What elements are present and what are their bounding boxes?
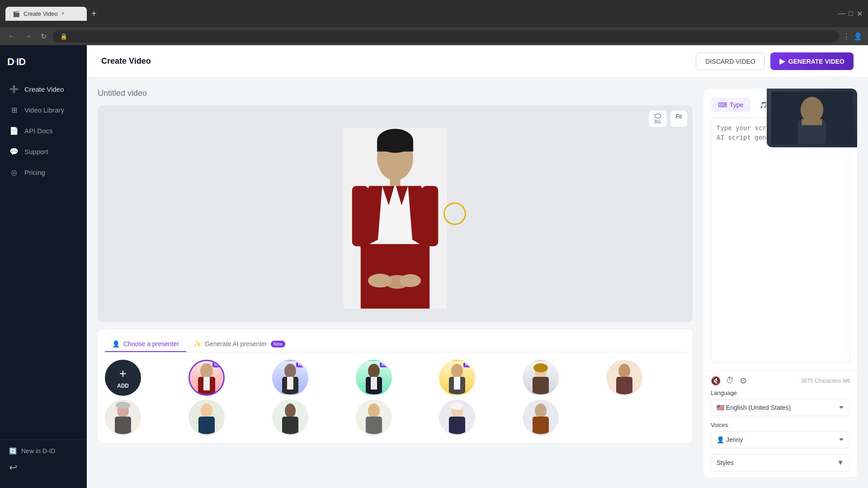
hq-badge-4: HQ	[463, 362, 473, 367]
panel-icons: 🔇 ⏱ ⚙	[711, 376, 747, 386]
sidebar-item-pricing[interactable]: ◎ Pricing	[0, 162, 87, 183]
tab-close-btn[interactable]: ×	[61, 10, 65, 17]
sidebar-label-create-video: Create Video	[24, 85, 64, 93]
sidebar: D·ID ➕ Create Video ⊞ Video Library 📄 AP…	[0, 45, 87, 488]
presenter-2[interactable]: HQ	[272, 360, 308, 396]
presenter-5[interactable]	[523, 360, 559, 396]
fit-button[interactable]: Fit	[670, 111, 687, 127]
video-title[interactable]: Untitled video	[98, 89, 693, 98]
sidebar-item-video-library[interactable]: ⊞ Video Library	[0, 99, 87, 120]
presenter-4[interactable]: HQ	[439, 360, 475, 396]
svg-point-31	[618, 364, 630, 378]
svg-rect-46	[533, 417, 549, 434]
person-icon: 👤	[112, 340, 120, 347]
presenter-8[interactable]	[189, 399, 225, 436]
back-button[interactable]: ←	[5, 30, 18, 42]
choose-presenter-tab[interactable]: 👤 Choose a presenter	[105, 337, 186, 352]
maximize-icon[interactable]: □	[849, 9, 853, 18]
app-container: D·ID ➕ Create Video ⊞ Video Library 📄 AP…	[0, 45, 868, 488]
new-in-did-item[interactable]: 🔄 New in D-ID	[9, 447, 78, 455]
svg-rect-44	[449, 417, 465, 434]
bg-button[interactable]: BG	[649, 111, 667, 127]
new-tab-button[interactable]: +	[88, 7, 100, 21]
add-presenter-button[interactable]: + ADD	[105, 360, 141, 396]
script-textarea[interactable]	[711, 117, 850, 363]
svg-point-36	[201, 404, 212, 418]
video-canvas[interactable]: BG Fit	[98, 105, 693, 322]
svg-point-38	[285, 404, 296, 418]
presenter-10[interactable]	[356, 399, 392, 436]
panel-controls: 🔇 ⏱ ⚙ 3875 Characters left	[711, 376, 850, 386]
refresh-button[interactable]: ↻	[38, 30, 49, 42]
presenter-9[interactable]	[272, 399, 308, 436]
forward-button[interactable]: →	[22, 30, 34, 42]
presenter-5-img	[524, 361, 557, 394]
presenter-1[interactable]: HQ	[189, 360, 225, 396]
address-bar[interactable]: 🔒 studio.d-id.com/editor	[53, 30, 839, 42]
sidebar-item-create-video[interactable]: ➕ Create Video	[0, 79, 87, 99]
svg-point-16	[200, 363, 213, 379]
presenter-12[interactable]	[523, 399, 559, 436]
selector-tabs: 👤 Choose a presenter ✨ Generate AI prese…	[105, 337, 685, 352]
extensions-icon[interactable]: ⋮	[843, 32, 850, 41]
presenter-11-img	[440, 401, 474, 434]
svg-rect-21	[287, 377, 293, 389]
svg-point-25	[451, 364, 463, 378]
choose-presenter-label: Choose a presenter	[123, 340, 179, 347]
hq-badge-1: HQ	[212, 362, 222, 367]
back-nav-icon[interactable]: ↩	[9, 462, 78, 474]
type-tab[interactable]: ⌨ Type	[711, 98, 750, 112]
url-input[interactable]: studio.d-id.com/editor	[71, 33, 832, 40]
hq-badge-3: HQ	[380, 362, 390, 367]
presenter-11[interactable]	[439, 399, 475, 436]
voices-label: Voices	[711, 422, 850, 428]
svg-marker-5	[378, 186, 412, 240]
language-select[interactable]: 🇺🇸 English (United States) 🇪🇸 Spanish 🇫🇷…	[711, 399, 850, 416]
svg-rect-35	[115, 417, 131, 434]
browser-nav-icons: — □ ✕	[838, 9, 863, 18]
svg-rect-41	[366, 417, 382, 434]
svg-rect-27	[454, 377, 460, 389]
sidebar-item-support[interactable]: 💬 Support	[0, 141, 87, 162]
minimize-icon[interactable]: —	[838, 9, 845, 18]
logo-id: ID	[16, 56, 25, 67]
webcam-svg	[771, 91, 853, 145]
main-content: Create Video DISCARD VIDEO ▶ GENERATE VI…	[87, 45, 868, 488]
support-icon: 💬	[9, 146, 19, 156]
presenter-8-img	[190, 401, 223, 434]
mute-icon[interactable]: 🔇	[711, 376, 721, 386]
webcam-preview	[767, 89, 857, 147]
sidebar-item-api-docs[interactable]: 📄 API Docs	[0, 120, 87, 141]
profile-icon[interactable]: 👤	[854, 32, 863, 41]
svg-rect-50	[802, 119, 822, 126]
canvas-controls: BG Fit	[649, 111, 687, 127]
add-icon: +	[119, 366, 127, 381]
sidebar-label-pricing: Pricing	[24, 169, 45, 176]
active-tab[interactable]: 🎬 Create Video ×	[5, 7, 87, 21]
generate-ai-tab[interactable]: ✨ Generate AI presenter New	[186, 337, 292, 352]
presenter-7-img	[106, 401, 140, 434]
discard-video-button[interactable]: DISCARD VIDEO	[696, 52, 764, 70]
styles-section[interactable]: Styles ▼	[711, 454, 850, 472]
panel-bottom: 🔇 ⏱ ⚙ 3875 Characters left Language 🇺🇸 E…	[703, 370, 857, 477]
voices-select[interactable]: 👤 Jenny 👤 Aria	[711, 431, 850, 448]
presenter-7[interactable]	[105, 399, 141, 436]
presenter-3[interactable]: HQ	[356, 360, 392, 396]
close-window-icon[interactable]: ✕	[857, 9, 863, 18]
new-in-did-icon: 🔄	[9, 447, 17, 455]
generate-video-button[interactable]: ▶ GENERATE VIDEO	[770, 52, 854, 70]
settings-icon[interactable]: ⚙	[740, 376, 747, 386]
browser-nav: ← → ↻ 🔒 studio.d-id.com/editor ⋮ 👤	[0, 27, 868, 45]
presenter-6[interactable]	[606, 360, 642, 396]
lock-icon: 🔒	[60, 33, 67, 40]
svg-rect-32	[616, 377, 632, 394]
right-panel: ⌨ Type 🎵 Audio 🔇 ⏱	[703, 89, 857, 477]
styles-label: Styles	[717, 459, 734, 466]
ai-icon: ✨	[193, 340, 201, 347]
header-actions: DISCARD VIDEO ▶ GENERATE VIDEO	[696, 52, 854, 70]
svg-rect-3	[377, 141, 413, 152]
sidebar-label-api-docs: API Docs	[24, 127, 53, 135]
timer-icon[interactable]: ⏱	[726, 376, 734, 386]
sidebar-label-video-library: Video Library	[24, 106, 64, 114]
browser-chrome: 🎬 Create Video × + — □ ✕	[0, 0, 868, 27]
